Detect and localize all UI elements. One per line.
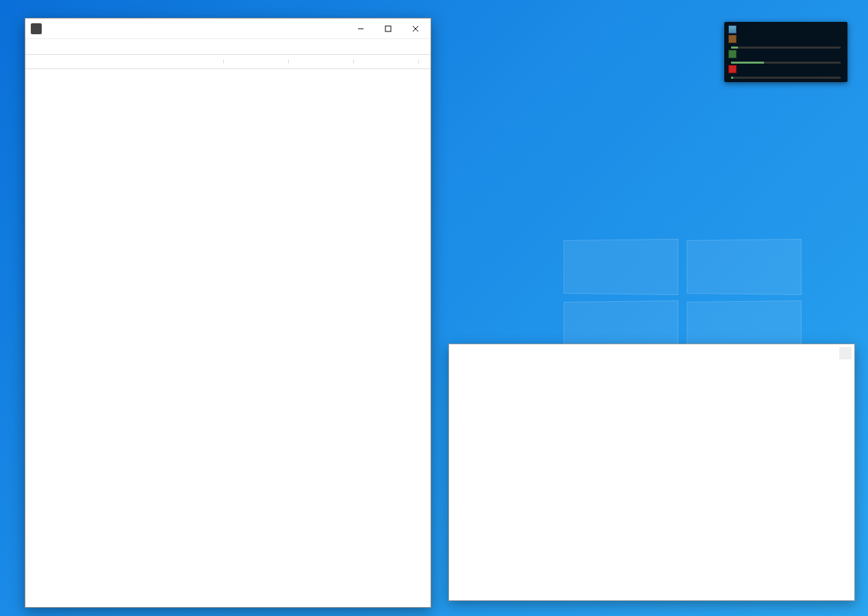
sensor-tree[interactable] bbox=[25, 69, 431, 607]
menu-options[interactable] bbox=[53, 45, 64, 48]
svg-rect-1 bbox=[385, 26, 391, 31]
plot-x-axis bbox=[481, 350, 849, 351]
menu-view[interactable] bbox=[40, 45, 51, 48]
menu-file[interactable] bbox=[28, 45, 39, 48]
gadget-gpu-header bbox=[728, 65, 843, 73]
gadget-memory bbox=[728, 58, 843, 64]
cpu-icon bbox=[728, 35, 737, 43]
gadget-mb-header bbox=[728, 25, 843, 34]
gadget-mem-header bbox=[728, 50, 843, 58]
col-max[interactable] bbox=[354, 60, 419, 64]
memory-icon bbox=[728, 50, 737, 58]
column-headers bbox=[25, 54, 431, 69]
gadget-gpu-load bbox=[728, 73, 843, 79]
col-value[interactable] bbox=[224, 60, 289, 64]
libre-hardware-monitor-window bbox=[25, 18, 431, 608]
gadget-cpu-header bbox=[728, 35, 843, 43]
plot-close-button[interactable] bbox=[839, 347, 852, 359]
gpu-icon bbox=[728, 65, 737, 73]
desktop-gadget[interactable] bbox=[724, 22, 847, 82]
menu-help[interactable] bbox=[65, 45, 76, 48]
col-sensor[interactable] bbox=[25, 60, 224, 64]
maximize-button[interactable] bbox=[374, 19, 402, 38]
menubar bbox=[25, 39, 431, 54]
plot-window[interactable] bbox=[448, 344, 855, 601]
app-icon bbox=[31, 23, 42, 34]
col-min[interactable] bbox=[289, 60, 354, 64]
motherboard-icon bbox=[728, 25, 737, 34]
titlebar[interactable] bbox=[25, 18, 431, 39]
gadget-cpu-total bbox=[728, 43, 843, 49]
close-button[interactable] bbox=[402, 19, 429, 38]
minimize-button[interactable] bbox=[347, 19, 374, 38]
